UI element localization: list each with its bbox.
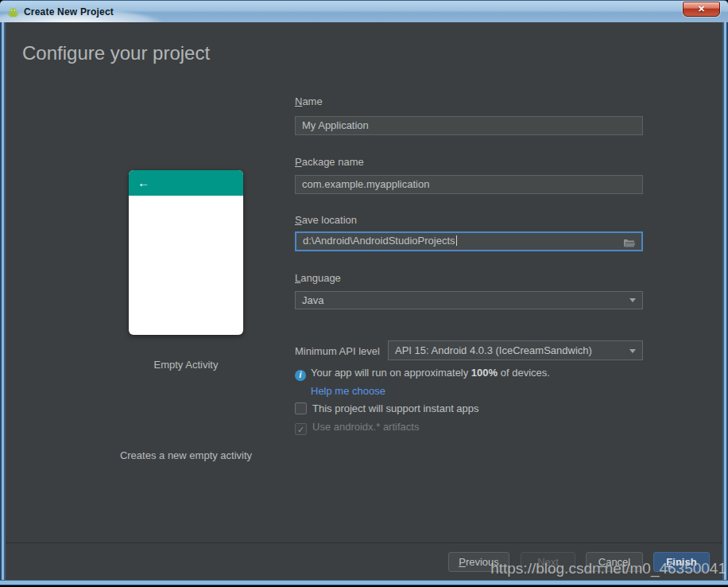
activity-preview-card: ← [129, 170, 243, 335]
close-button[interactable]: ✕ [683, 2, 720, 17]
template-description: Creates a new empty activity [67, 449, 305, 461]
window-frame-bottom [0, 580, 728, 587]
name-value: My Application [302, 119, 369, 131]
chevron-down-icon [629, 298, 636, 302]
dialog-content: Configure your project ← Empty Activity … [6, 22, 722, 580]
check-icon: ✓ [297, 425, 304, 434]
language-dropdown[interactable]: Java [295, 291, 643, 309]
text-cursor [456, 235, 457, 246]
api-info-percent: 100% [471, 367, 498, 379]
help-me-choose-link[interactable]: Help me choose [311, 385, 385, 397]
name-input[interactable]: My Application [295, 116, 643, 135]
language-label: Language [295, 272, 341, 284]
name-label: Name [295, 95, 323, 107]
template-name: Empty Activity [129, 359, 243, 371]
save-location-input[interactable]: d:\Android\AndroidStudioProjects [295, 231, 643, 251]
instant-apps-row[interactable]: This project will support instant apps [295, 402, 479, 414]
instant-apps-label: This project will support instant apps [312, 402, 479, 414]
footer-separator [6, 542, 722, 543]
window-frame-right [722, 22, 728, 587]
close-icon: ✕ [698, 4, 705, 14]
api-info-suffix: of devices. [498, 367, 550, 379]
min-api-label: Minimum API level [295, 345, 380, 357]
package-name-value: com.example.myapplication [302, 178, 429, 190]
page-title: Configure your project [22, 42, 210, 64]
package-name-label: Package name [295, 156, 364, 168]
api-info-row: iYour app will run on approximately 100%… [295, 367, 550, 381]
min-api-value: API 15: Android 4.0.3 (IceCreamSandwich) [395, 344, 592, 356]
androidx-row: ✓Use androidx.* artifacts [295, 421, 419, 435]
package-name-input[interactable]: com.example.myapplication [295, 175, 643, 194]
androidx-checkbox: ✓ [295, 423, 307, 435]
info-icon: i [295, 370, 306, 381]
save-location-label: Save location [295, 214, 357, 226]
androidx-label: Use androidx.* artifacts [312, 421, 419, 433]
activity-preview-appbar: ← [129, 170, 243, 196]
instant-apps-checkbox[interactable] [295, 402, 307, 414]
window-title: Create New Project [24, 6, 114, 17]
save-location-value: d:\Android\AndroidStudioProjects [303, 235, 455, 247]
folder-icon[interactable] [623, 237, 636, 253]
chevron-down-icon [629, 349, 636, 353]
csdn-watermark: https://blog.csdn.net/m0_46350041 [490, 560, 726, 577]
api-info-text: Your app will run on approximately [311, 367, 471, 379]
language-value: Java [302, 294, 323, 306]
window-titlebar[interactable]: Create New Project ✕ [0, 0, 728, 22]
window-frame-left [0, 22, 6, 587]
min-api-dropdown[interactable]: API 15: Android 4.0.3 (IceCreamSandwich) [388, 340, 643, 360]
create-new-project-window: Create New Project ✕ Configure your proj… [0, 0, 728, 587]
back-arrow-icon: ← [137, 176, 149, 189]
android-logo-icon [6, 6, 20, 19]
